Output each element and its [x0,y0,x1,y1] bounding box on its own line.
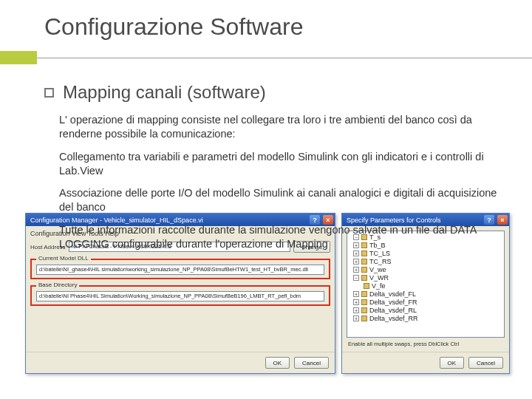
paragraph-4: Tutte le informazioni raccolte durante l… [0,219,532,256]
folder-icon [361,316,367,321]
item-label: Delta_vsdef_RL [369,307,417,314]
ok-button[interactable]: OK [265,357,290,369]
paragraph-2: Collegamento tra variabili e parametri d… [0,146,532,183]
ok-button[interactable]: OK [440,357,465,369]
item-label: V_fe [372,282,386,290]
title-divider [0,51,532,64]
plus-icon[interactable]: + [353,307,359,313]
folder-icon [361,275,367,281]
cancel-button[interactable]: Cancel [294,357,329,369]
base-dir-group: Base Directory d:\batelle\NI Phase4\HIL … [30,285,330,306]
model-dll-group-label: Current Model DLL [36,255,91,262]
folder-icon [364,283,369,289]
title-line [37,58,532,58]
plus-icon[interactable]: + [353,291,359,297]
accent-block [0,51,37,64]
folder-icon [361,307,367,313]
list-item[interactable]: +Delta_vsdef_FL [350,290,501,299]
page-title: Configurazione Software [0,0,532,48]
subtitle-text: Mapping canali (software) [63,82,266,103]
base-dir-group-label: Base Directory [36,282,79,288]
dialog-footer: OK Cancel [26,352,335,373]
list-item[interactable]: +V_we [350,266,501,274]
item-label: Delta_vsdef_RR [369,315,418,322]
list-item[interactable]: +TC_RS [350,258,501,266]
dialog-footer: OK Cancel [342,352,509,373]
minus-icon[interactable]: − [353,275,359,281]
list-item[interactable]: +Delta_vsdef_RL [350,307,501,315]
item-label: V_WR [369,274,389,282]
bullet-icon [44,88,54,98]
item-label: Delta_vsdef_FL [369,290,416,298]
list-item[interactable]: V_fe [350,282,501,290]
folder-icon [361,267,367,273]
paragraph-1: L' operazione di mapping consiste nel co… [0,109,532,146]
plus-icon[interactable]: + [353,267,359,273]
folder-icon [361,259,367,265]
list-item[interactable]: −V_WR [350,274,501,282]
item-label: V_we [369,266,386,273]
base-dir-field[interactable]: d:\batelle\NI Phase4\HIL Simulation\Work… [36,291,324,301]
item-label: Delta_vsdef_FR [369,299,417,306]
list-item[interactable]: +Delta_vsdef_RR [350,315,501,323]
model-dll-group: Current Model DLL d:\batelle\NI_ghase4\H… [30,259,330,279]
subtitle-row: Mapping canali (software) [0,64,532,109]
plus-icon[interactable]: + [353,316,359,321]
cancel-button[interactable]: Cancel [468,357,503,369]
plus-icon[interactable]: + [353,299,359,305]
plus-icon[interactable]: + [353,259,359,265]
folder-icon [361,299,367,305]
model-dll-field[interactable]: d:\batelle\NI_ghase4\HIL simulation\work… [36,265,324,275]
list-item[interactable]: +Delta_vsdef_FR [350,299,501,307]
folder-icon [361,291,367,297]
footer-caption: Enable all multiple swaps, press DblClic… [347,341,505,347]
item-label: TC_RS [369,258,392,265]
